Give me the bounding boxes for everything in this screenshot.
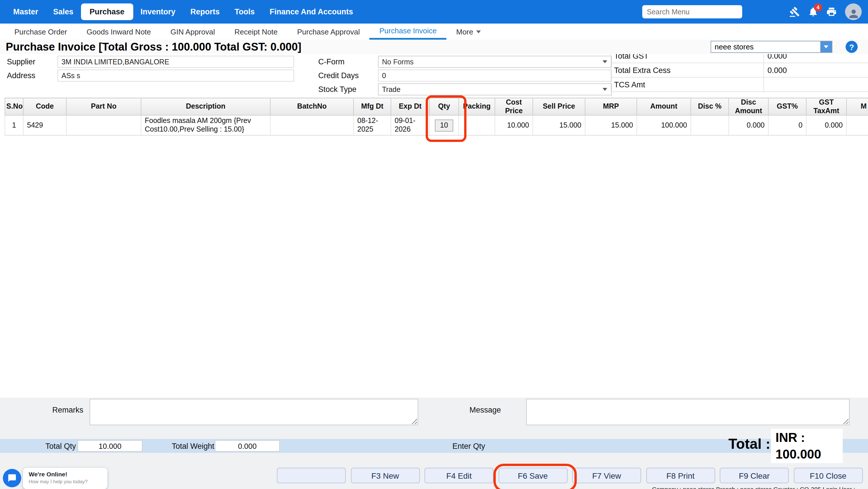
f3-new-button[interactable]: F3 New (351, 468, 420, 483)
f10-close-button[interactable]: F10 Close (794, 468, 863, 483)
tab-goods-inward-note[interactable]: Goods Inward Note (77, 24, 161, 40)
cell-sell-price[interactable]: 15.000 (533, 115, 585, 135)
main-menu: Master Sales Purchase Inventory Reports … (0, 3, 361, 20)
cell-gst-taxamt[interactable]: 0.000 (806, 115, 846, 135)
cell-code[interactable]: 5429 (23, 115, 66, 135)
chat-status-subtitle: How may I help you today? (29, 479, 102, 484)
f8-print-button[interactable]: F8 Print (646, 468, 715, 483)
chevron-down-icon (476, 30, 481, 33)
f6-save-button[interactable]: F6 Save (498, 468, 567, 483)
grand-total-label: Total : (728, 435, 770, 452)
grand-total-currency: INR : (776, 430, 838, 446)
qty-input[interactable]: 10 (435, 119, 453, 131)
nav-master[interactable]: Master (6, 7, 46, 16)
nav-inventory[interactable]: Inventory (133, 7, 183, 16)
credit-days-input[interactable] (378, 69, 612, 82)
nav-purchase[interactable]: Purchase (81, 3, 133, 20)
invoice-items-table-wrap: S.No Code Part No Description BatchNo Mf… (5, 98, 868, 135)
col-description: Description (141, 98, 270, 115)
store-selector-arrow-icon[interactable] (820, 41, 832, 52)
cell-qty[interactable]: 10 (429, 115, 459, 135)
invoice-items-table: S.No Code Part No Description BatchNo Mf… (5, 98, 868, 135)
col-code: Code (23, 98, 66, 115)
app-window: Master Sales Purchase Inventory Reports … (0, 0, 868, 489)
total-weight-label: Total Weight (172, 439, 214, 453)
cell-sno: 1 (5, 115, 23, 135)
chat-icon (7, 473, 17, 483)
cell-amount[interactable]: 100.000 (637, 115, 691, 135)
stock-type-select[interactable]: Trade (378, 83, 612, 95)
grand-total-value: 100.000 (776, 446, 838, 463)
tab-more[interactable]: More (446, 24, 490, 40)
store-selector[interactable]: neee stores (711, 41, 832, 53)
help-icon[interactable]: ? (846, 41, 858, 53)
cell-mfg-dt[interactable]: 08-12-2025 (353, 115, 391, 135)
cform-select[interactable]: No Forms (378, 56, 612, 68)
cell-disc-amount[interactable]: 0.000 (729, 115, 768, 135)
total-qty-label: Total Qty (45, 439, 76, 453)
nav-sales[interactable]: Sales (46, 7, 81, 16)
tcs-amt-row: TCS Amt (611, 78, 868, 92)
total-extra-cess-label: Total Extra Cess (611, 66, 671, 74)
divider (764, 78, 764, 91)
tab-purchase-invoice[interactable]: Purchase Invoice (370, 24, 446, 40)
user-avatar[interactable] (845, 3, 862, 20)
tab-purchase-approval[interactable]: Purchase Approval (287, 24, 370, 40)
total-extra-cess-value: 0.000 (768, 66, 787, 74)
screen: Master Sales Purchase Inventory Reports … (0, 0, 868, 489)
cell-description[interactable]: Foodles masala AM 200gm {Prev Cost10.00,… (141, 115, 270, 135)
title-bar: Purchase Invoice [Total Gross : 100.000 … (0, 40, 868, 54)
table-row[interactable]: 1 5429 Foodles masala AM 200gm {Prev Cos… (5, 115, 868, 135)
cell-cost-price[interactable]: 10.000 (495, 115, 533, 135)
grand-total-box: INR : 100.000 (771, 429, 843, 463)
chat-status-card[interactable]: We're Online! How may I help you today? (23, 468, 107, 489)
supplier-input[interactable] (57, 56, 294, 68)
f4-edit-button[interactable]: F4 Edit (425, 468, 493, 483)
divider (764, 63, 764, 77)
total-qty-input[interactable] (78, 440, 143, 452)
f7-view-button[interactable]: F7 View (572, 468, 641, 483)
chat-launcher[interactable] (3, 469, 21, 487)
message-textarea[interactable] (526, 399, 849, 425)
search-menu-input[interactable] (642, 5, 742, 19)
stock-type-select-value: Trade (378, 85, 602, 93)
col-m: M (846, 98, 868, 115)
stock-type-label: Stock Type (318, 83, 356, 95)
invoice-header-form: Supplier Address C-Form No Forms Credit … (0, 54, 868, 98)
tab-gin-approval[interactable]: GIN Approval (161, 24, 225, 40)
chat-status-title: We're Online! (29, 470, 102, 478)
cell-disc-pct[interactable] (691, 115, 729, 135)
nav-reports[interactable]: Reports (183, 7, 227, 16)
notification-badge: 4 (814, 3, 822, 11)
cell-mrp[interactable]: 15.000 (585, 115, 637, 135)
bell-icon[interactable]: 4 (807, 5, 819, 18)
enter-qty-hint: Enter Qty (440, 439, 497, 453)
tcs-amt-label: TCS Amt (611, 80, 645, 89)
cell-packing[interactable] (459, 115, 495, 135)
tab-purchase-order[interactable]: Purchase Order (5, 24, 77, 40)
cell-exp-dt[interactable]: 09-01-2026 (391, 115, 429, 135)
col-gst-taxamt: GST TaxAmt (806, 98, 846, 115)
remarks-textarea-wrap (90, 399, 418, 425)
total-weight-input[interactable] (215, 440, 280, 452)
address-input[interactable] (57, 69, 294, 82)
remarks-textarea[interactable] (90, 399, 418, 425)
tab-receipt-note[interactable]: Receipt Note (225, 24, 287, 40)
cell-gst-pct[interactable]: 0 (768, 115, 806, 135)
gavel-icon[interactable] (788, 5, 801, 18)
cell-batch-no[interactable] (270, 115, 353, 135)
col-sno: S.No (5, 98, 23, 115)
f9-clear-button[interactable]: F9 Clear (720, 468, 789, 483)
cell-m[interactable] (846, 115, 868, 135)
cell-part-no[interactable] (66, 115, 141, 135)
nav-finance-and-accounts[interactable]: Finance And Accounts (262, 7, 361, 16)
col-cost-price: Cost Price (495, 98, 533, 115)
blank-button[interactable] (277, 468, 346, 483)
footer-area: Remarks Message Total Qty Total Weight E… (0, 398, 868, 489)
col-disc-amount: Disc Amount (729, 98, 768, 115)
printer-icon[interactable] (825, 5, 838, 18)
session-status-bar: Company : neee stores Branch : neee stor… (652, 486, 855, 489)
col-packing: Packing (459, 98, 495, 115)
remarks-label: Remarks (52, 406, 83, 414)
nav-tools[interactable]: Tools (227, 7, 262, 16)
